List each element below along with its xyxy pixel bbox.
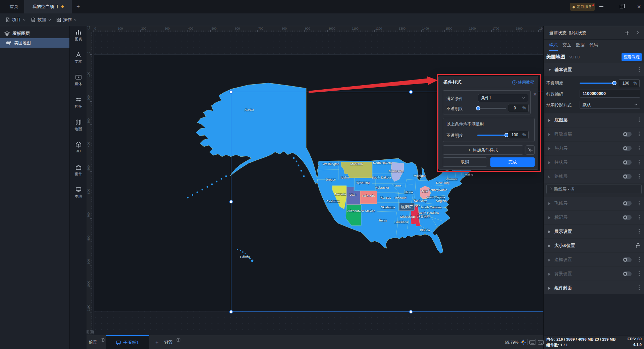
section-背景设置[interactable]: 背景设置 [544,267,644,281]
more-menu-icon[interactable] [639,117,640,122]
confirm-button[interactable]: 完成 [490,157,535,167]
tab-interaction[interactable]: 交互 [562,40,571,51]
layer-toggle[interactable] [623,257,632,262]
chevron-right-icon[interactable] [636,31,639,35]
section-飞线层[interactable]: 飞线层 [544,197,644,210]
usa-map-component[interactable]: AlaskaHawaiiWashingtonOregonCaliforniaId… [181,79,483,299]
custom-service-badge[interactable]: ◆ 定制服务 [570,3,595,11]
minimize-button[interactable] [596,3,606,11]
opacity-slider[interactable] [477,108,506,109]
selection-handle[interactable] [230,200,233,203]
fit-screen-icon[interactable] [520,339,527,346]
remove-condition-icon[interactable]: ✕ [533,92,537,97]
strip-item-kit[interactable]: 套件 [70,164,87,179]
layer-toggle[interactable] [623,271,632,276]
section-大小&位置[interactable]: 大小&位置 [544,239,644,252]
section-标记层[interactable]: 标记层 [544,211,644,224]
new-tab-button[interactable]: + [74,3,82,10]
more-menu-icon[interactable] [639,160,640,164]
foreground-label[interactable]: 前景 [89,335,97,349]
condition-select[interactable]: 条件1 [478,94,528,102]
admin-code-input[interactable]: 1100000000 [580,90,640,98]
background-label[interactable]: 背景 [164,335,173,349]
tab-home[interactable]: 首页 [4,0,24,13]
menu-project[interactable]: 项目 [5,13,25,26]
more-menu-icon[interactable] [639,201,640,205]
keyboard-icon[interactable] [529,339,536,346]
components-label: 组件数: [546,343,559,347]
add-state-icon[interactable] [625,31,630,35]
projection-select[interactable]: 默认 [580,101,640,109]
console-icon[interactable] [537,339,544,346]
more-menu-icon[interactable] [639,67,640,72]
zoom-level[interactable]: 69.79% [505,335,519,349]
tutorial-link[interactable]: ? 使用教程 [512,80,534,85]
layer-toggle[interactable] [623,201,632,206]
layer-toggle[interactable] [623,174,632,179]
selection-handle[interactable] [410,310,413,313]
layer-toggle[interactable] [623,132,632,137]
tab-style[interactable]: 样式 [549,40,558,51]
more-menu-icon[interactable] [639,174,640,179]
fallback-opacity-input[interactable]: 100 % [508,131,529,139]
view-tutorial-button[interactable]: 查看教程 [622,53,642,61]
more-menu-icon[interactable] [639,132,640,136]
tab-code[interactable]: 代码 [589,40,598,51]
foreground-add-icon[interactable] [101,338,105,342]
canvas[interactable]: 0100200300400500600700800900100011001200… [87,26,543,335]
strip-item-cube[interactable]: 3D [70,141,87,157]
canvas-copy-icon[interactable] [90,330,94,334]
opacity-input[interactable]: 100 % [619,79,640,87]
more-menu-icon[interactable] [639,215,640,219]
add-board-button[interactable]: + [152,335,162,349]
more-menu-icon[interactable] [639,271,640,276]
filter-add-button[interactable] [526,145,535,155]
slider-thumb[interactable] [612,81,616,85]
section-柱状层[interactable]: 柱状层 [544,156,644,169]
selection-handle[interactable] [410,91,413,94]
opacity-slider[interactable] [580,83,615,84]
selection-handle[interactable] [230,310,233,313]
more-menu-icon[interactable] [639,229,640,234]
close-button[interactable]: ✕ [634,3,644,11]
layer-toggle[interactable] [623,160,632,165]
layer-toggle[interactable] [623,146,632,151]
menu-data[interactable]: 数据 [31,13,51,26]
section-路线层[interactable]: 路线层 [544,170,644,183]
chevron-down-icon [522,97,525,99]
layer-item-usa-map[interactable]: 美国地图 [0,38,69,48]
strip-item-text[interactable]: 文本 [70,51,87,67]
section-边框设置[interactable]: 边框设置 [544,253,644,266]
slider-thumb[interactable] [476,106,480,110]
state-label: Idaho [341,176,349,179]
layer-toggle[interactable] [623,215,632,220]
section-呼吸点层[interactable]: 呼吸点层 [544,128,644,141]
canvas-list-icon[interactable] [87,330,89,334]
more-menu-icon[interactable] [639,257,640,262]
section-basic-settings[interactable]: 基本设置 [544,63,644,77]
section-底图层[interactable]: 底图层 [544,113,644,127]
strip-item-widget[interactable]: 控件 [70,96,87,112]
section-热力层[interactable]: 热力层 [544,142,644,155]
cancel-button[interactable]: 取消 [443,157,487,167]
opacity-input[interactable]: 0 % [508,104,529,112]
add-condition-button[interactable]: + 添加条件样式 [443,145,523,155]
section-组件封面[interactable]: 组件封面 [544,281,644,295]
background-add-icon[interactable] [176,338,180,342]
strip-item-map[interactable]: 地图 [70,119,87,134]
section-展示设置[interactable]: 展示设置 [544,225,644,238]
more-menu-icon[interactable] [639,285,640,290]
strip-item-chart[interactable]: 图表 [70,29,87,44]
more-menu-icon[interactable] [639,146,640,150]
tab-project[interactable]: 我的空白项目 [24,0,72,13]
fallback-opacity-slider[interactable] [477,135,507,136]
tab-sub-board[interactable]: 子看板1 [106,335,149,349]
sub-layer-路线层 - 省[interactable]: 路线层 - 省 [546,185,642,194]
selection-handle[interactable] [230,91,233,94]
tab-data[interactable]: 数据 [576,40,585,51]
menu-action[interactable]: 操作 [56,13,76,26]
strip-item-media[interactable]: 媒体 [70,74,87,89]
strip-item-local[interactable]: 本地 [70,186,87,202]
maximize-button[interactable] [616,3,627,11]
lock-icon[interactable] [636,243,640,248]
